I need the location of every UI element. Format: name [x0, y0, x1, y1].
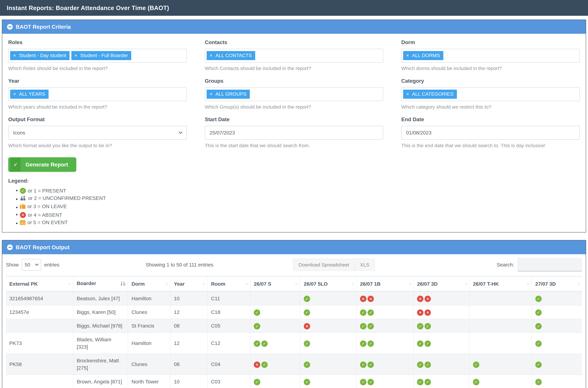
dorm-cell: North Tower — [128, 375, 170, 388]
page-length-select[interactable]: 50 — [22, 259, 41, 271]
present-icon: ✓ — [535, 296, 542, 302]
filter-tag[interactable]: ×ALL CATEGORIES — [403, 90, 457, 99]
download-spreadsheet-button[interactable]: Download Spreadsheet — [293, 259, 354, 271]
attendance-cell: ×× — [414, 305, 469, 319]
sort-icon[interactable]: ↓↑ — [577, 281, 580, 286]
present-icon: ✓ — [417, 379, 423, 385]
start-date-input[interactable]: 25/07/2023 — [205, 126, 383, 140]
attendance-cell: ✓✓ — [356, 319, 414, 333]
remove-tag-icon[interactable]: × — [13, 92, 16, 96]
dorm-input[interactable]: ×ALL DORMS — [401, 49, 580, 63]
remove-tag-icon[interactable]: × — [13, 53, 16, 58]
room-cell: C18 — [208, 305, 250, 319]
attendance-cell: ✓ — [470, 354, 532, 375]
page-length-value: 50 — [24, 262, 30, 268]
output-format-select[interactable]: Icons — [8, 126, 187, 140]
absent-icon: × — [417, 296, 423, 302]
sort-desc-icon[interactable] — [120, 281, 126, 287]
remove-tag-icon[interactable]: × — [406, 53, 409, 58]
present-icon: ✓ — [535, 309, 542, 316]
attendance-cell: ✓✓ — [356, 333, 414, 354]
groups-input[interactable]: ×ALL GROUPS — [205, 87, 383, 101]
room-cell: C11 — [208, 291, 250, 305]
attendance-cell — [470, 305, 532, 319]
sort-icon[interactable]: ↓↑ — [202, 281, 205, 286]
contacts-input[interactable]: ×ALL CONTACTS — [205, 49, 383, 63]
year-help: Which years should be included in the re… — [8, 104, 187, 110]
column-header-27-07-3d[interactable]: ↓↑27/07 3D — [532, 276, 582, 291]
absent-icon: × — [304, 323, 310, 329]
sort-icon[interactable]: ↓↑ — [464, 281, 467, 286]
attendance-cell: ✓✓ — [414, 375, 469, 388]
sort-icon[interactable]: ↓↑ — [408, 281, 411, 286]
legend-item: or 5 = ON EVENT — [20, 219, 580, 226]
dorm-cell: Hamilton — [128, 333, 170, 354]
column-header-label: 26/07 3D — [417, 281, 438, 287]
category-label: Category — [401, 78, 580, 84]
sort-icon[interactable]: ↓↑ — [68, 281, 71, 286]
present-icon: ✓ — [473, 379, 479, 385]
remove-tag-icon[interactable]: × — [210, 53, 212, 58]
column-header-boarder[interactable]: Boarder — [73, 276, 128, 291]
collapse-icon[interactable] — [7, 244, 13, 250]
remove-tag-icon[interactable]: × — [74, 53, 77, 58]
column-header-dorm[interactable]: ↓↑Dorm — [128, 276, 170, 291]
criteria-panel: BAOT Report Criteria Roles ×Student - Da… — [2, 20, 586, 232]
present-icon: ✓ — [360, 379, 366, 385]
column-header-26-07-5lo[interactable]: ↓↑26/07 5LO — [300, 276, 356, 291]
column-header-26-07-t-hk[interactable]: ↓↑26/07 T-HK — [470, 276, 532, 291]
on-event-icon — [20, 220, 25, 225]
unconfirmed-present-icon — [20, 195, 26, 201]
filter-tag[interactable]: ×Student - Day student — [10, 51, 70, 60]
column-header-room[interactable]: ↓↑Room — [208, 276, 250, 291]
end-date-label: End Date — [401, 117, 580, 122]
attendance-cell: ✓ — [470, 375, 532, 388]
filter-tag[interactable]: ×ALL YEARS — [10, 90, 49, 99]
legend-item: ✓or 1 = PRESENT — [20, 188, 580, 194]
column-header-label: 26/07 5LO — [304, 281, 328, 287]
filter-tag[interactable]: ×Student - Full Boarder — [71, 51, 131, 60]
present-icon: ✓ — [360, 323, 366, 329]
present-icon: ✓ — [535, 379, 542, 385]
attendance-cell: ×✓ — [250, 354, 300, 375]
collapse-icon[interactable] — [7, 24, 13, 30]
present-icon: ✓ — [304, 340, 310, 347]
page-title: Instant Reports: Boarder Attendance Over… — [7, 4, 169, 11]
criteria-panel-body: Roles ×Student - Day student×Student - F… — [2, 34, 586, 232]
sort-icon[interactable]: ↓↑ — [351, 281, 354, 286]
sort-icon[interactable]: ↓↑ — [245, 281, 248, 286]
column-header-year[interactable]: ↓↑Year — [170, 276, 208, 291]
export-button-group: Download Spreadsheet XLS — [293, 259, 375, 271]
filter-tag[interactable]: ×ALL CONTACTS — [207, 51, 255, 60]
sort-icon[interactable]: ↓↑ — [295, 281, 298, 286]
search-input[interactable] — [517, 258, 582, 271]
sort-icon[interactable]: ↓↑ — [165, 281, 168, 286]
filter-tag[interactable]: ×ALL DORMS — [403, 51, 443, 60]
entries-label: entries — [44, 262, 59, 268]
field-output-format: Output Format Icons Which format would y… — [8, 117, 187, 148]
year-cell: 10 — [170, 375, 208, 388]
legend-item-text: or 2 = UNCONFIRMED PRESENT — [28, 195, 106, 201]
filter-tag[interactable]: ×ALL GROUPS — [207, 90, 250, 99]
present-icon: ✓ — [304, 296, 310, 302]
column-header-26-07-3d[interactable]: ↓↑26/07 3D — [414, 276, 469, 291]
year-input[interactable]: ×ALL YEARS — [8, 87, 187, 101]
column-header-26-07-s[interactable]: ↓↑26/07 S — [250, 276, 300, 291]
xls-button[interactable]: XLS — [354, 259, 375, 271]
criteria-panel-header[interactable]: BAOT Report Criteria — [2, 20, 586, 34]
table-row: PK58Brockenshire, Matt [275]Clunes08C04×… — [6, 354, 582, 375]
remove-tag-icon[interactable]: × — [210, 92, 212, 96]
category-input[interactable]: ×ALL CATEGORIES — [401, 87, 580, 101]
generate-report-button[interactable]: ✓ Generate Report — [8, 157, 76, 172]
legend-title: Legend: — [8, 178, 580, 184]
legend-item: ×or 4 = ABSENT — [20, 212, 580, 218]
column-header-external-pk[interactable]: ↓↑External PK — [6, 276, 73, 291]
remove-tag-icon[interactable]: × — [406, 92, 409, 96]
roles-input[interactable]: ×Student - Day student×Student - Full Bo… — [8, 49, 187, 63]
output-panel-header[interactable]: BAOT Report Output — [2, 240, 586, 254]
dorm-help: Which dorms should be included in the re… — [401, 66, 580, 71]
end-date-value: 01/08/2023 — [406, 130, 432, 136]
sort-icon[interactable]: ↓↑ — [526, 281, 529, 286]
end-date-input[interactable]: 01/08/2023 — [401, 126, 580, 140]
column-header-26-07-1b[interactable]: ↓↑26/07 1B — [356, 276, 414, 291]
